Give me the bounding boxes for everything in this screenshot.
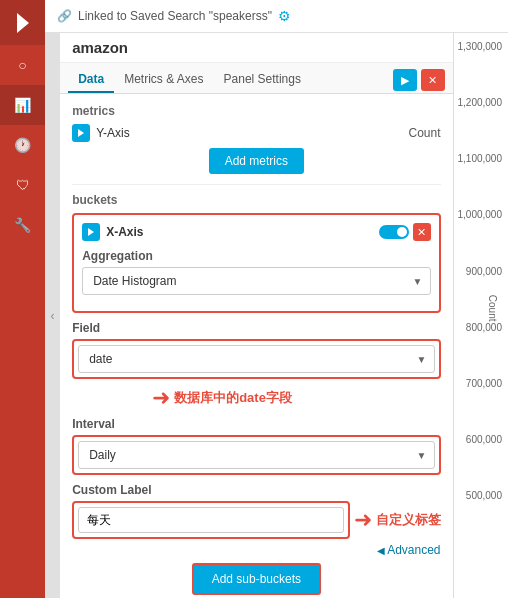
aggregation-select-wrapper: Date Histogram ▼: [82, 267, 430, 295]
date-arrow-icon: ➜: [152, 385, 170, 411]
interval-label: Interval: [72, 417, 440, 431]
custom-label-row: ➜ 自定义标签: [72, 501, 440, 539]
add-sub-buckets-button[interactable]: Add sub-buckets: [192, 563, 321, 595]
interval-select-wrapper: Daily ▼: [78, 441, 434, 469]
y-axis-title: Count: [487, 294, 498, 321]
y-label-800: 800,000: [466, 322, 502, 333]
y-label-1200: 1,200,000: [458, 97, 503, 108]
date-annotation-row: ➜ 数据库中的date字段: [152, 385, 440, 411]
y-label-500: 500,000: [466, 490, 502, 501]
sidebar-item-dashboard[interactable]: 🕐: [0, 125, 45, 165]
x-axis-box: X-Axis ✕ Aggregation Date Histogram ▼: [72, 213, 440, 313]
y-label-1300: 1,300,000: [458, 41, 503, 52]
advanced-row: ◀ Advanced: [72, 543, 440, 557]
y-label-700: 700,000: [466, 378, 502, 389]
chart-panel: 1,300,000 1,200,000 1,100,000 1,000,000 …: [454, 33, 509, 598]
field-outlined-box: date ▼: [72, 339, 440, 379]
tabs-bar: Data Metrics & Axes Panel Settings ▶ ✕: [60, 63, 452, 94]
custom-label-annotation-text: 自定义标签: [376, 511, 441, 529]
y-axis-row: Y-Axis Count: [72, 124, 440, 142]
advanced-link[interactable]: Advanced: [387, 543, 440, 557]
field-select-wrapper: date ▼: [78, 345, 434, 373]
top-bar-text: Linked to Saved Search "speakerss": [78, 9, 272, 23]
play-icon: [78, 129, 84, 137]
tab-panel-settings[interactable]: Panel Settings: [214, 67, 311, 93]
aggregation-label: Aggregation: [82, 249, 430, 263]
sidebar-item-timelion[interactable]: 🛡: [0, 165, 45, 205]
tab-data[interactable]: Data: [68, 67, 114, 93]
y-axis-labels: 1,300,000 1,200,000 1,100,000 1,000,000 …: [458, 41, 505, 501]
custom-label-input[interactable]: [78, 507, 343, 533]
y-label-900: 900,000: [466, 266, 502, 277]
y-axis-value: Count: [408, 126, 440, 140]
close-button[interactable]: ✕: [421, 69, 445, 91]
sidebar-logo: [0, 0, 45, 45]
y-axis-label: Y-Axis: [96, 126, 408, 140]
tab-actions: ▶ ✕: [393, 69, 445, 91]
custom-label-label: Custom Label: [72, 483, 440, 497]
x-axis-play-icon: [88, 228, 94, 236]
sidebar-item-settings[interactable]: 🔧: [0, 205, 45, 245]
sidebar-item-visualize[interactable]: 📊: [0, 85, 45, 125]
advanced-arrow-icon: ◀: [377, 545, 385, 556]
section-divider: [72, 184, 440, 185]
field-select[interactable]: date: [78, 345, 434, 373]
x-axis-label: X-Axis: [106, 225, 378, 239]
panel-collapse-handle[interactable]: ‹: [45, 33, 60, 598]
top-bar: 🔗 Linked to Saved Search "speakerss" ⚙: [45, 0, 508, 33]
aggregation-select[interactable]: Date Histogram: [82, 267, 430, 295]
sidebar-item-discover[interactable]: ○: [0, 45, 45, 85]
toggle-switch[interactable]: [379, 225, 409, 239]
x-axis-icon: [82, 223, 100, 241]
remove-button[interactable]: ✕: [413, 223, 431, 241]
y-label-600: 600,000: [466, 434, 502, 445]
link-icon: 🔗: [57, 9, 72, 23]
settings-link-icon[interactable]: ⚙: [278, 8, 291, 24]
tab-metrics-axes[interactable]: Metrics & Axes: [114, 67, 213, 93]
main-content: 🔗 Linked to Saved Search "speakerss" ⚙ ‹…: [45, 0, 508, 598]
add-metrics-button[interactable]: Add metrics: [209, 148, 304, 174]
custom-label-arrow-icon: ➜: [354, 507, 372, 533]
panel-area: ‹ amazon Data Metrics & Axes Panel Setti…: [45, 33, 508, 598]
metrics-section-title: metrics: [72, 104, 440, 118]
editor-panel: amazon Data Metrics & Axes Panel Setting…: [60, 33, 453, 598]
panel-title: amazon: [60, 33, 452, 63]
y-label-1100: 1,100,000: [458, 153, 503, 164]
custom-label-box: [72, 501, 349, 539]
sidebar: ○ 📊 🕐 🛡 🔧: [0, 0, 45, 598]
y-label-1000: 1,000,000: [458, 209, 503, 220]
add-sub-buckets-container: Add sub-buckets: [72, 563, 440, 595]
interval-select[interactable]: Daily: [78, 441, 434, 469]
bucket-header: X-Axis ✕: [82, 223, 430, 241]
date-annotation-text: 数据库中的date字段: [174, 389, 292, 407]
play-button[interactable]: ▶: [393, 69, 417, 91]
field-label: Field: [72, 321, 440, 335]
logo-icon: [17, 13, 29, 33]
y-axis-icon: [72, 124, 90, 142]
buckets-section-title: buckets: [72, 193, 440, 207]
interval-outlined-box: Daily ▼: [72, 435, 440, 475]
editor-body: metrics Y-Axis Count Add metrics buckets: [60, 94, 452, 598]
